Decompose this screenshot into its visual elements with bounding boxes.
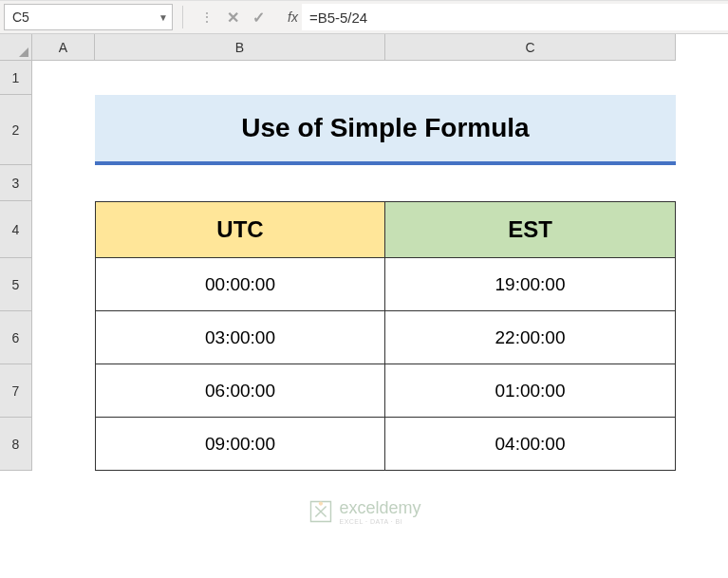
formula-bar: C5 ▼ ⋮ ✕ ✓ fx [0, 0, 728, 34]
table-header-est[interactable]: EST [385, 201, 676, 258]
svg-point-0 [318, 502, 322, 506]
name-box-dropdown-icon[interactable]: ▼ [159, 12, 168, 23]
column-headers: A B C [32, 34, 728, 61]
col-header-a[interactable]: A [32, 34, 95, 61]
watermark: exceldemy EXCEL · DATA · BI [307, 498, 420, 525]
confirm-icon[interactable]: ✓ [252, 9, 265, 27]
formula-bar-buttons: ⋮ ✕ ✓ [189, 9, 276, 27]
spreadsheet-grid: 1 2 3 4 5 6 7 8 A B C Use of Simple Form… [0, 34, 728, 578]
row-header-3[interactable]: 3 [0, 165, 32, 201]
col-header-c[interactable]: C [385, 34, 676, 61]
row-header-1[interactable]: 1 [0, 61, 32, 95]
cell-b7[interactable]: 06:00:00 [95, 364, 385, 418]
watermark-logo-icon [307, 498, 333, 525]
watermark-subtitle: EXCEL · DATA · BI [339, 518, 420, 525]
cell-b6[interactable]: 03:00:00 [95, 311, 385, 364]
formula-input[interactable] [302, 4, 728, 30]
table-header-utc[interactable]: UTC [95, 201, 385, 258]
cell-c6[interactable]: 22:00:00 [385, 311, 676, 364]
separator-icon: ⋮ [200, 9, 214, 25]
cell-b8[interactable]: 09:00:00 [95, 418, 385, 471]
row-header-8[interactable]: 8 [0, 418, 32, 471]
row-header-2[interactable]: 2 [0, 95, 32, 165]
divider [182, 6, 183, 28]
row-header-7[interactable]: 7 [0, 364, 32, 418]
cancel-icon[interactable]: ✕ [227, 9, 239, 27]
select-all-corner[interactable] [0, 34, 32, 61]
row-header-4[interactable]: 4 [0, 201, 32, 258]
watermark-brand: exceldemy [339, 498, 420, 518]
cell-c7[interactable]: 01:00:00 [385, 364, 676, 418]
cell-reference: C5 [12, 9, 29, 25]
row-header-5[interactable]: 5 [0, 258, 32, 311]
col-header-b[interactable]: B [95, 34, 385, 61]
fx-label[interactable]: fx [288, 9, 298, 25]
cell-c5[interactable]: 19:00:00 [385, 258, 676, 311]
cell-b5[interactable]: 00:00:00 [95, 258, 385, 311]
watermark-text: exceldemy EXCEL · DATA · BI [339, 498, 420, 525]
row-headers: 1 2 3 4 5 6 7 8 [0, 61, 32, 471]
row-header-6[interactable]: 6 [0, 311, 32, 364]
cell-c8[interactable]: 04:00:00 [385, 418, 676, 471]
title-cell[interactable]: Use of Simple Formula [95, 95, 676, 165]
name-box[interactable]: C5 ▼ [4, 4, 173, 30]
